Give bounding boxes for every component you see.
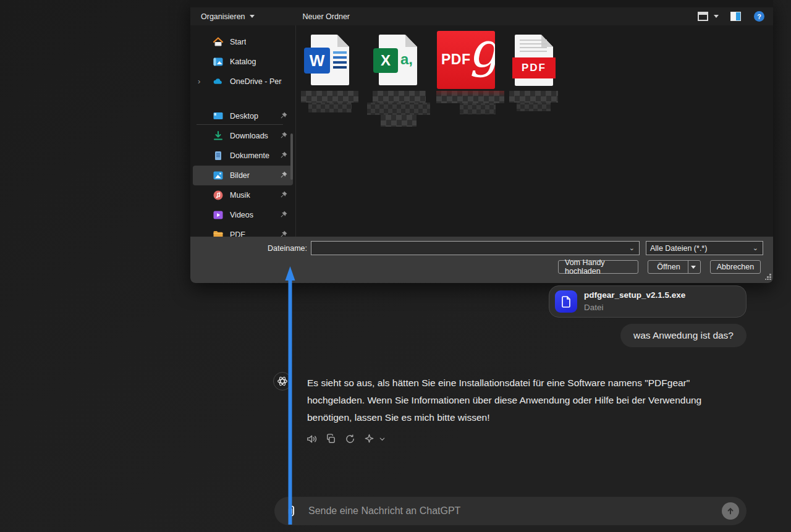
pdfgear-g: g [469, 31, 495, 74]
open-split-arrow[interactable] [688, 261, 699, 273]
preview-pane-icon[interactable] [730, 12, 741, 21]
file-open-dialog: Organisieren Neuer Ordner ? Start [190, 0, 773, 283]
resize-grip[interactable] [765, 274, 771, 280]
filename-label: Dateiname: [190, 244, 307, 253]
pin-icon [279, 151, 288, 160]
onedrive-cloud-icon [213, 76, 224, 87]
pdf-banner: PDF [512, 57, 556, 78]
doc-line [333, 61, 347, 64]
sidebar-item-downloads[interactable]: Downloads [193, 126, 293, 146]
new-folder-button[interactable]: Neuer Ordner [297, 7, 356, 25]
help-icon[interactable]: ? [754, 11, 764, 22]
regenerate-icon[interactable] [344, 433, 356, 445]
excel-app-badge: X [373, 48, 398, 73]
organize-label: Organisieren [201, 12, 245, 21]
word-app-badge: W [304, 48, 330, 74]
expand-chevron-icon[interactable]: › [198, 77, 200, 86]
openai-logo-icon [277, 376, 288, 387]
sidebar-divider [295, 25, 296, 237]
attachment-kind: Datei [584, 302, 685, 314]
file-attachment-icon [555, 290, 577, 313]
dialog-toolbar: Organisieren Neuer Ordner [190, 7, 773, 25]
message-action-bar [306, 433, 386, 445]
sidebar-item-label: Start [230, 38, 246, 46]
sidebar-item-label: Downloads [230, 132, 268, 140]
attachment-name: pdfgear_setup_v2.1.5.exe [584, 289, 685, 302]
redacted-filename [436, 91, 504, 103]
composer-placeholder: Sende eine Nachricht an ChatGPT [308, 505, 460, 517]
chatgpt-logo-avatar [273, 372, 292, 391]
gallery-icon [213, 56, 224, 67]
cancel-button[interactable]: Abbrechen [710, 260, 761, 274]
chevron-down-icon: ⌄ [753, 244, 758, 252]
chat-composer[interactable]: Sende eine Nachricht an ChatGPT [274, 497, 747, 525]
filetype-value: Alle Dateien (*.*) [650, 244, 707, 253]
attach-paperclip-icon[interactable] [285, 504, 297, 518]
doc-line [520, 47, 547, 48]
sidebar-item-label: Katalog [230, 57, 256, 66]
redacted-filename [460, 103, 496, 114]
sidebar-item-label: Musik [230, 191, 250, 200]
sidebar-item-desktop[interactable]: Desktop [193, 106, 293, 126]
pdfgear-text: PDF [441, 51, 471, 68]
chevron-down-icon[interactable]: ⌄ [629, 244, 635, 252]
user-message-bubble: was Anwedung ist das? [620, 324, 747, 347]
sidebar-item-onedrive[interactable]: › OneDrive - Pers [193, 72, 293, 91]
open-label: Öffnen [649, 261, 687, 273]
doc-line [520, 51, 547, 52]
sidebar-item-musik[interactable]: Musik [193, 185, 293, 205]
upload-from-phone-button[interactable]: Vom Handy hochladen [558, 260, 638, 274]
open-button[interactable]: Öffnen [648, 260, 701, 274]
view-mode-icon[interactable] [698, 12, 708, 21]
attachment-chip[interactable]: pdfgear_setup_v2.1.5.exe Datei [549, 285, 747, 318]
sidebar-item-videos[interactable]: Videos [193, 205, 293, 225]
sidebar-item-dokumente[interactable]: Dokumente [193, 146, 293, 166]
redacted-filename [381, 115, 417, 127]
pin-icon [279, 190, 288, 200]
videos-icon [213, 209, 224, 221]
model-switch-sparkle-icon[interactable] [363, 433, 375, 445]
redacted-filename [367, 103, 430, 115]
redacted-filename [308, 103, 352, 112]
sidebar-item-katalog[interactable]: Katalog [193, 52, 293, 72]
screen: Organisieren Neuer Ordner ? Start [0, 0, 791, 532]
sidebar-scrollbar[interactable] [290, 133, 293, 180]
read-aloud-icon[interactable] [306, 433, 318, 445]
copy-icon[interactable] [325, 433, 337, 445]
send-button[interactable] [722, 502, 739, 520]
view-mode-caret-icon[interactable] [714, 15, 719, 18]
doc-line [520, 43, 547, 44]
new-folder-label: Neuer Ordner [303, 12, 350, 21]
dialog-top-strip [190, 0, 773, 7]
redacted-filename [301, 91, 358, 103]
redacted-filename [509, 91, 558, 103]
pdfgear-app-icon: PDF g [437, 31, 495, 89]
sidebar-item-label: Dokumente [230, 151, 269, 160]
excel-letter: a, [400, 51, 413, 68]
arrow-up-icon [726, 507, 735, 515]
caret-down-icon [691, 266, 696, 269]
pictures-icon [213, 170, 224, 181]
filetype-select[interactable]: Alle Dateien (*.*) ⌄ [646, 241, 763, 255]
pin-icon [279, 210, 288, 219]
pin-icon [279, 131, 288, 140]
downloads-icon [213, 130, 224, 141]
cancel-label: Abbrechen [717, 263, 754, 271]
sidebar-item-label: Desktop [230, 112, 258, 120]
folder-icon [213, 229, 224, 237]
toolbar-right-group: ? [698, 7, 764, 25]
doc-line [333, 66, 347, 69]
chevron-down-icon[interactable] [379, 436, 386, 442]
redacted-filename [373, 91, 426, 103]
filename-input[interactable]: ⌄ [311, 241, 640, 255]
sidebar-item-pdf-folder[interactable]: PDF [193, 225, 293, 237]
desktop-icon [213, 111, 224, 122]
redacted-filename [517, 103, 551, 111]
organize-button[interactable]: Organisieren [195, 7, 261, 25]
assistant-message-text: Es sieht so aus, als hätten Sie eine Ins… [307, 374, 722, 426]
upload-from-phone-label: Vom Handy hochladen [565, 258, 632, 276]
music-icon [213, 190, 224, 201]
sidebar-item-bilder[interactable]: Bilder [193, 166, 293, 185]
sidebar-item-start[interactable]: Start [193, 32, 293, 52]
sidebar-item-label: Bilder [230, 171, 250, 180]
